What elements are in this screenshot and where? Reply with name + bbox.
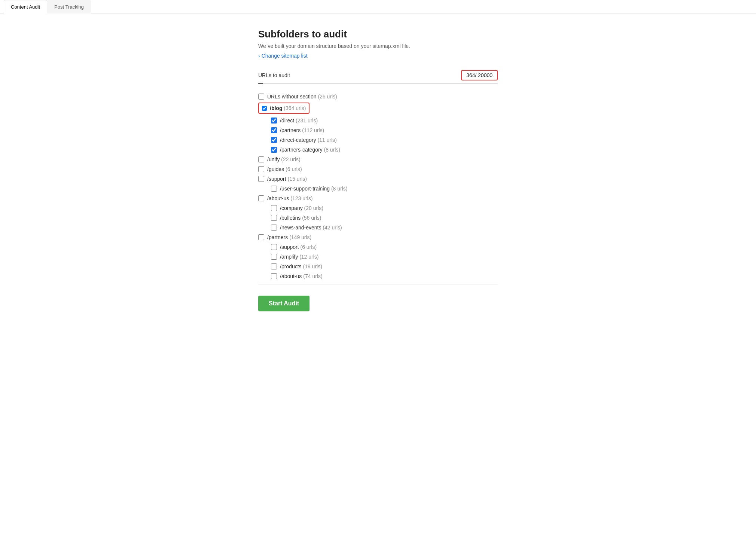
tab-content-audit[interactable]: Content Audit xyxy=(4,0,47,13)
item-count-amplify: (12 urls) xyxy=(299,254,318,260)
item-count-partners-sub: (112 urls) xyxy=(302,127,324,133)
item-name-guides: /guides xyxy=(267,166,286,172)
urls-audit-section: URLs to audit 364/ 20000 xyxy=(258,70,498,84)
checkbox-bulletins[interactable] xyxy=(271,215,277,221)
urls-audit-count: 364/ 20000 xyxy=(461,70,498,80)
item-label-user-support-training[interactable]: /user-support-training (8 urls) xyxy=(280,186,348,192)
checkbox-list: URLs without section (26 urls) /blog (36… xyxy=(258,92,498,281)
checkbox-company[interactable] xyxy=(271,205,277,211)
item-label-partners-sub[interactable]: /partners (112 urls) xyxy=(280,127,324,133)
item-name-partners-support: /support xyxy=(280,244,300,250)
item-label-amplify[interactable]: /amplify (12 urls) xyxy=(280,254,318,260)
urls-audit-header: URLs to audit 364/ 20000 xyxy=(258,70,498,80)
item-label-unify[interactable]: /unify (22 urls) xyxy=(267,156,301,162)
item-count-unify: (22 urls) xyxy=(281,156,300,162)
checkbox-user-support-training[interactable] xyxy=(271,186,277,192)
item-count-direct-category: (11 urls) xyxy=(317,137,336,143)
item-name-user-support-training: /user-support-training xyxy=(280,186,331,192)
chevron-right-icon: › xyxy=(258,53,260,59)
list-item-guides: /guides (6 urls) xyxy=(258,164,498,174)
list-item-company: /company (20 urls) xyxy=(258,203,498,213)
item-name-partners-sub: /partners xyxy=(280,127,302,133)
item-name-partners-category: /partners-category xyxy=(280,147,324,153)
list-item-direct: /direct (231 urls) xyxy=(258,116,498,125)
checkbox-news-and-events[interactable] xyxy=(271,225,277,231)
page-title: Subfolders to audit xyxy=(258,28,498,40)
item-label-news-and-events[interactable]: /news-and-events (42 urls) xyxy=(280,225,342,231)
item-name: URLs without section xyxy=(267,94,318,100)
item-label-partners-main[interactable]: /partners (149 urls) xyxy=(267,234,311,240)
item-count-company: (20 urls) xyxy=(304,205,323,211)
checkbox-partners-main[interactable] xyxy=(258,234,264,240)
list-item-partners-main: /partners (149 urls) xyxy=(258,232,498,242)
checkbox-direct-category[interactable] xyxy=(271,137,277,143)
checkbox-amplify[interactable] xyxy=(271,254,277,260)
checkbox-guides[interactable] xyxy=(258,166,264,172)
item-name-company: /company xyxy=(280,205,304,211)
change-sitemap-link[interactable]: › Change sitemap list xyxy=(258,53,308,59)
item-count-support: (15 urls) xyxy=(287,176,307,182)
progress-bar-fill xyxy=(258,83,263,84)
item-count-partners-support: (6 urls) xyxy=(300,244,317,250)
item-name-amplify: /amplify xyxy=(280,254,299,260)
checkbox-urls-without-section[interactable] xyxy=(258,94,264,100)
item-label-partners-category[interactable]: /partners-category (8 urls) xyxy=(280,147,340,153)
checkbox-unify[interactable] xyxy=(258,156,264,162)
item-label-partners-support[interactable]: /support (6 urls) xyxy=(280,244,317,250)
checkbox-partners-sub[interactable] xyxy=(271,127,277,133)
urls-audit-label: URLs to audit xyxy=(258,72,290,78)
item-count-partners-about-us: (74 urls) xyxy=(303,273,322,279)
list-item-user-support-training: /user-support-training (8 urls) xyxy=(258,184,498,193)
list-item-news-and-events: /news-and-events (42 urls) xyxy=(258,223,498,232)
checkbox-support[interactable] xyxy=(258,176,264,182)
item-name-unify: /unify xyxy=(267,156,281,162)
list-item-about-us: /about-us (123 urls) xyxy=(258,193,498,203)
item-label-blog[interactable]: /blog (364 urls) xyxy=(270,105,306,111)
list-item-unify: /unify (22 urls) xyxy=(258,155,498,164)
list-item-bulletins: /bulletins (56 urls) xyxy=(258,213,498,223)
tab-post-tracking[interactable]: Post Tracking xyxy=(47,0,91,13)
item-label-about-us[interactable]: /about-us (123 urls) xyxy=(267,195,313,201)
subtitle: We`ve built your domain structure based … xyxy=(258,43,498,49)
item-name-partners-main: /partners xyxy=(267,234,289,240)
item-label-support[interactable]: /support (15 urls) xyxy=(267,176,307,182)
checkbox-partners-about-us[interactable] xyxy=(271,273,277,279)
list-item-blog-wrapper: /blog (364 urls) xyxy=(258,101,498,116)
item-name-bulletins: /bulletins xyxy=(280,215,302,221)
list-item-partners-category: /partners-category (8 urls) xyxy=(258,145,498,155)
item-count-direct: (231 urls) xyxy=(296,118,318,123)
item-label-partners-about-us[interactable]: /about-us (74 urls) xyxy=(280,273,323,279)
item-label-company[interactable]: /company (20 urls) xyxy=(280,205,323,211)
item-count-partners-main: (149 urls) xyxy=(289,234,311,240)
item-name-products: /products xyxy=(280,263,303,269)
item-count-bulletins: (56 urls) xyxy=(302,215,321,221)
item-label-products[interactable]: /products (19 urls) xyxy=(280,263,322,269)
list-item-amplify: /amplify (12 urls) xyxy=(258,252,498,262)
checkbox-partners-support[interactable] xyxy=(271,244,277,250)
item-count-user-support-training: (8 urls) xyxy=(331,186,348,192)
item-label-bulletins[interactable]: /bulletins (56 urls) xyxy=(280,215,321,221)
checkbox-products[interactable] xyxy=(271,263,277,269)
item-label-guides[interactable]: /guides (6 urls) xyxy=(267,166,302,172)
bottom-divider xyxy=(258,284,498,284)
checkbox-partners-category[interactable] xyxy=(271,147,277,153)
item-count-guides: (6 urls) xyxy=(286,166,302,172)
checkbox-blog[interactable] xyxy=(262,106,267,111)
item-label-direct-category[interactable]: /direct-category (11 urls) xyxy=(280,137,337,143)
list-item-direct-category: /direct-category (11 urls) xyxy=(258,135,498,145)
item-count-about-us: (123 urls) xyxy=(290,195,313,201)
checkbox-about-us[interactable] xyxy=(258,195,264,201)
item-name-about-us: /about-us xyxy=(267,195,290,201)
tabs-bar: Content Audit Post Tracking xyxy=(0,0,756,13)
item-count: (26 urls) xyxy=(318,94,337,100)
start-audit-button[interactable]: Start Audit xyxy=(258,296,310,311)
item-label-direct[interactable]: /direct (231 urls) xyxy=(280,118,318,123)
item-label[interactable]: URLs without section (26 urls) xyxy=(267,94,337,100)
page-container: Subfolders to audit We`ve built your dom… xyxy=(247,28,509,341)
checkbox-direct[interactable] xyxy=(271,118,277,123)
item-count-news-and-events: (42 urls) xyxy=(323,225,342,231)
item-name-direct-category: /direct-category xyxy=(280,137,317,143)
item-name-blog: /blog xyxy=(270,105,284,111)
list-item-partners-about-us: /about-us (74 urls) xyxy=(258,271,498,281)
list-item-partners-sub: /partners (112 urls) xyxy=(258,125,498,135)
